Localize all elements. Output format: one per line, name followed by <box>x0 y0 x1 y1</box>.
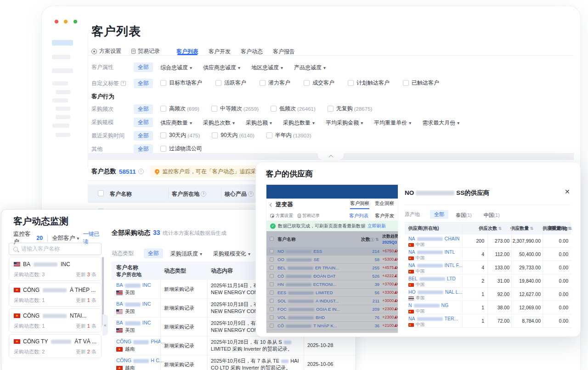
select-all-checkbox[interactable] <box>98 190 107 196</box>
row-checkbox[interactable] <box>270 290 274 295</box>
filter-dropdown[interactable]: 采购总数量 <box>283 120 315 126</box>
monitored-customer-card[interactable]: CÔNGNTAI... 采购动态数: 1 更新 1 条 <box>9 308 102 332</box>
tab-customer-development[interactable]: 客户开发 <box>375 213 394 219</box>
row-checkbox[interactable] <box>270 266 274 270</box>
app-customer-row[interactable]: VOLBHD 76 +2300.00% <box>266 313 398 322</box>
checkbox-icon[interactable] <box>160 106 166 112</box>
filter-dropdown[interactable]: 采购总额 <box>246 120 272 126</box>
tag-checkbox[interactable]: 目标市场客户 <box>160 79 204 87</box>
all-chip[interactable]: 全部 <box>134 144 153 154</box>
row-checkbox[interactable] <box>270 282 274 286</box>
filter-dropdown[interactable]: 产品忠诚度 <box>294 64 326 71</box>
row-checkbox[interactable] <box>270 324 274 328</box>
app-customer-row[interactable]: BELER TRAIN... 255 +4575.00% <box>266 264 398 272</box>
supplier-row[interactable]: NAINTL 中国 4 112.00 50,400.00 0.00 <box>405 248 571 261</box>
back-icon[interactable] <box>270 203 273 206</box>
frequency-checkbox[interactable]: 低频次(26461) <box>271 105 316 113</box>
supplier-row[interactable]: NAINTL F... 中国 4 133.00 29,733.00 0.00 <box>405 261 571 274</box>
tab-customer-report[interactable]: 客户报告 <box>273 48 295 56</box>
close-icon[interactable]: ✕ <box>565 188 570 195</box>
plan-settings-button[interactable]: 方案设置 <box>91 47 121 55</box>
row-checkbox[interactable] <box>270 299 274 303</box>
sort-icon[interactable] <box>529 226 533 231</box>
app-customer-row[interactable]: CÔĐOÀN DAT 526 +4222.22% <box>266 272 398 280</box>
app-customer-row[interactable]: FOCOGIA E IN... 209 +2300.00% <box>266 305 398 313</box>
sidebar-item[interactable] <box>52 68 73 73</box>
checkbox-icon[interactable] <box>348 80 354 86</box>
collapse-list-handle[interactable]: « <box>102 314 108 336</box>
recent-checkbox[interactable]: 30天内(475) <box>160 131 200 139</box>
plan-settings-button[interactable]: 方案设置 <box>270 213 293 219</box>
sidebar-item[interactable] <box>52 55 70 59</box>
minimize-window-icon[interactable] <box>64 20 68 23</box>
monitored-customer-card[interactable]: CÔNGÀ THÉP ... 采购动态数: 1 更新 1 条 <box>9 283 102 307</box>
sidebar-item[interactable] <box>56 133 70 137</box>
collapse-filters-button[interactable] <box>318 153 344 160</box>
origin-tab[interactable]: 泰国(1) <box>456 212 472 218</box>
sort-icon[interactable] <box>566 226 571 231</box>
all-chip[interactable]: 全部 <box>134 79 153 88</box>
tag-checkbox[interactable]: 已触达客户 <box>403 79 441 87</box>
filter-dropdown[interactable]: 供应商数量 <box>160 120 192 126</box>
sort-icon[interactable] <box>497 226 502 231</box>
app-customer-row[interactable]: HNECTRONI... 39 +3700.00% <box>266 280 398 289</box>
sidebar-item[interactable] <box>52 98 68 102</box>
row-checkbox[interactable] <box>270 249 274 253</box>
tab-competitor-insight[interactable]: 竞企洞察 <box>375 200 394 209</box>
checkbox-icon[interactable] <box>260 80 266 86</box>
supplier-row[interactable]: NNG 中国 1 38.00 12,069.00 0.00 <box>405 301 571 314</box>
filter-dropdown[interactable]: 需求最大月份 <box>422 120 459 126</box>
frequency-checkbox[interactable]: 高频次(699) <box>160 105 199 113</box>
filter-dropdown[interactable]: 地区忠诚度 <box>251 64 283 71</box>
sidebar-item-active[interactable] <box>52 40 73 46</box>
all-chip[interactable]: 全部 <box>134 118 153 127</box>
info-icon[interactable] <box>138 169 144 174</box>
checkbox-icon[interactable] <box>266 132 272 138</box>
row-checkbox[interactable] <box>270 274 274 278</box>
app-customer-row[interactable]: EESLIMITED 56 +3300.00% <box>266 289 398 297</box>
checkbox-icon[interactable] <box>304 80 310 86</box>
feed-row[interactable]: CÔNGH C... 越南 新增采购记录 2025年10月6日，有 7 条从 T… <box>112 355 356 370</box>
all-chip[interactable]: 全部 <box>134 63 153 72</box>
maximize-window-icon[interactable] <box>74 20 77 23</box>
monitored-customer-card[interactable]: BAINC 采购动态数: 3 更新 3 条 <box>9 257 102 281</box>
app-customer-row[interactable]: OOSE 58 +5300.00% <box>266 256 398 264</box>
all-chip[interactable]: 全部 <box>134 131 153 141</box>
checkbox-icon[interactable] <box>98 190 104 196</box>
row-checkbox[interactable] <box>270 257 274 262</box>
sort-icon[interactable] <box>374 237 379 242</box>
sidebar-item[interactable] <box>52 124 69 128</box>
origin-tab[interactable]: 中国(1) <box>484 212 500 218</box>
app-customer-row[interactable]: CÔT NHẬP K... 36 +2100.00% <box>266 322 398 330</box>
checkbox-icon[interactable] <box>328 106 334 112</box>
checkbox-icon[interactable] <box>212 132 218 138</box>
recent-checkbox[interactable]: 半年内(13903) <box>266 131 311 139</box>
app-customer-row[interactable]: SOLA INDUST... 211 +3000.00% <box>266 297 398 305</box>
tab-customer-dynamics[interactable]: 客户动态 <box>241 48 263 56</box>
feed-row[interactable]: CÔNGPHÀ... 越南 新增采购记录 2025年10月28日，有 10 条从… <box>112 336 356 355</box>
checkbox-icon[interactable] <box>403 80 409 86</box>
supplier-row[interactable]: NACHAIN 中国 200 273.00 2,307,990.00 0.00 <box>405 234 571 248</box>
tab-customer-development[interactable]: 客户开发 <box>209 48 231 56</box>
checkbox-icon[interactable] <box>160 146 166 152</box>
row-checkbox[interactable] <box>270 315 274 319</box>
tag-checkbox[interactable]: 计划触达客户 <box>348 79 391 87</box>
all-chip[interactable]: 全部 <box>430 210 448 219</box>
feed-filter-dropdown[interactable]: 采购规模变化 <box>213 250 250 257</box>
tag-checkbox[interactable]: 潜力客户 <box>260 79 292 87</box>
checkbox-icon[interactable] <box>160 132 166 138</box>
other-checkbox[interactable]: 过滤物流公司 <box>160 145 204 153</box>
all-chip[interactable]: 全部 <box>144 249 163 258</box>
filter-dropdown[interactable]: 供应商忠诚度 <box>203 64 240 71</box>
manage-tags-icon[interactable] <box>121 81 126 86</box>
checkbox-icon[interactable] <box>160 80 166 86</box>
customer-search-input[interactable]: 请输入客户名称 <box>9 243 102 255</box>
sidebar-item[interactable] <box>56 115 70 119</box>
tab-customer-insight[interactable]: 客户洞察 <box>350 200 369 209</box>
monitored-customer-card[interactable]: CÔNG TYÁT VÀ ... 采购动态数: 2 更新 2 条 <box>9 334 102 358</box>
tab-customer-list[interactable]: 客户列表 <box>349 213 368 219</box>
close-window-icon[interactable] <box>55 20 58 23</box>
tag-checkbox[interactable]: 成交客户 <box>304 79 336 87</box>
select-all-checkbox[interactable] <box>270 237 274 241</box>
frequency-checkbox[interactable]: 无复购(28675) <box>328 105 373 113</box>
